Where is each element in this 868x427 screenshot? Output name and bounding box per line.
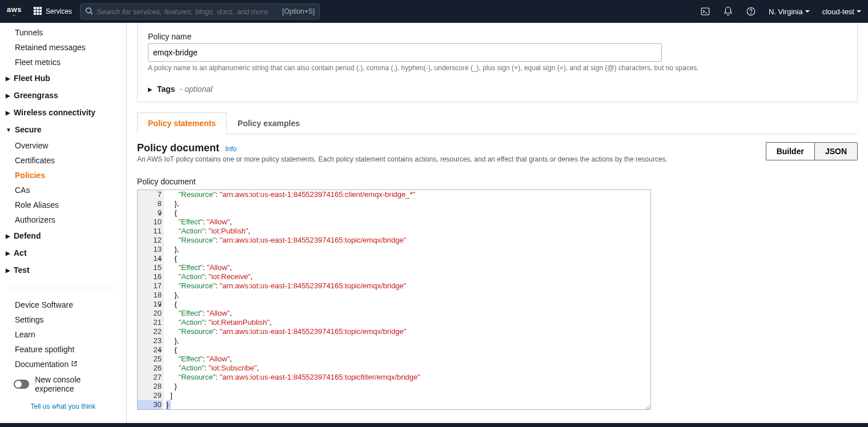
sidebar-item-authorizers[interactable]: Authorizers [0, 212, 126, 227]
sidebar-item[interactable]: Fleet metrics [0, 55, 126, 70]
line-number: 29 [138, 391, 162, 400]
code-line: "Action": "iot:Subscribe", [166, 364, 650, 373]
svg-rect-7 [37, 13, 39, 15]
sidebar-item-certificates[interactable]: Certificates [0, 153, 126, 168]
code-line: } [166, 382, 650, 391]
services-label: Services [46, 7, 72, 15]
caret-down-icon [805, 10, 810, 13]
help-icon[interactable] [746, 6, 756, 17]
policy-properties-panel: Policy name A policy name is an alphanum… [137, 23, 858, 102]
caret-icon: ▶ [6, 267, 10, 273]
sidebar-item[interactable]: Settings [0, 312, 126, 327]
policy-name-input[interactable] [148, 43, 662, 62]
sidebar-group-greengrass[interactable]: ▶Greengrass [0, 87, 126, 104]
sidebar-item-cas[interactable]: CAs [0, 183, 126, 198]
code-line: ] [166, 391, 650, 400]
region-selector[interactable]: N. Virginia [769, 7, 810, 16]
sidebar-item[interactable]: Learn [0, 327, 126, 342]
aws-logo-smile: ⌣ [13, 13, 15, 18]
caret-icon: ▶ [6, 92, 10, 99]
line-number: 26 [138, 364, 162, 373]
code-line: } [166, 400, 650, 409]
sidebar-item[interactable]: Retained messages [0, 40, 126, 55]
sidebar-group-label: Act [14, 248, 27, 257]
tags-label: Tags [157, 84, 175, 94]
code-line: }, [166, 245, 650, 254]
code-line: "Effect": "Allow", [166, 309, 650, 318]
tab-policy-examples[interactable]: Policy examples [227, 112, 311, 134]
sidebar-item-overview[interactable]: Overview [0, 138, 126, 153]
json-button[interactable]: JSON [814, 142, 858, 160]
tab-policy-statements[interactable]: Policy statements [137, 112, 227, 134]
info-link[interactable]: Info [225, 145, 236, 153]
caret-right-icon: ▶ [148, 86, 152, 92]
cloudshell-icon[interactable] [700, 6, 710, 17]
line-number: 28 [138, 382, 162, 391]
code-line: { [166, 345, 650, 355]
line-number: 9▼ [138, 208, 162, 217]
json-editor[interactable]: 789▼1011121314▼1516171819▼2021222324▼252… [137, 190, 651, 410]
line-number: 20 [138, 309, 162, 318]
svg-rect-1 [37, 7, 39, 9]
account-menu[interactable]: cloud-test [822, 7, 861, 16]
new-console-toggle[interactable]: New console experience [0, 372, 126, 397]
code-line: }, [166, 336, 650, 345]
sidebar-group-defend[interactable]: ▶Defend [0, 227, 126, 244]
code-line: "Action": "iot:Publish", [166, 227, 650, 236]
line-number: 12 [138, 236, 162, 245]
code-line: "Action": "iot:RetainPublish", [166, 318, 650, 327]
sidebar-group-label: Wireless connectivity [14, 108, 95, 117]
switch-icon [14, 380, 29, 389]
line-number: 25 [138, 355, 162, 364]
sidebar-item[interactable]: Device Software [0, 297, 126, 312]
sidebar-group-label: Fleet Hub [14, 74, 50, 83]
line-number: 14▼ [138, 254, 162, 263]
svg-line-15 [645, 405, 650, 410]
code-line: "Resource": "arn:aws:iot:us-east-1:84552… [166, 327, 650, 336]
svg-point-9 [86, 7, 91, 13]
resize-handle-icon[interactable] [644, 403, 650, 409]
search-input[interactable] [97, 7, 282, 16]
line-number: 23 [138, 336, 162, 345]
sidebar-group-wireless connectivity[interactable]: ▶Wireless connectivity [0, 104, 126, 121]
svg-rect-8 [39, 13, 42, 15]
feedback-link[interactable]: Tell us what you think [0, 397, 126, 416]
code-line: "Action": "iot:Receive", [166, 272, 650, 281]
code-line: "Effect": "Allow", [166, 355, 650, 364]
code-line: "Resource": "arn:aws:iot:us-east-1:84552… [166, 236, 650, 245]
line-number: 13 [138, 245, 162, 254]
caret-icon: ▶ [6, 75, 10, 82]
search-shortcut: [Option+S] [282, 7, 315, 15]
sidebar-group-label: Test [14, 265, 30, 275]
line-number: 15 [138, 263, 162, 272]
sidebar-group-secure[interactable]: ▼Secure [0, 121, 126, 138]
sidebar-group-test[interactable]: ▶Test [0, 261, 126, 279]
top-nav: aws ⌣ Services [Option+S] N. Virginia cl… [0, 0, 868, 23]
sidebar-item-role aliases[interactable]: Role Aliases [0, 198, 126, 212]
svg-rect-0 [34, 7, 36, 9]
aws-logo[interactable]: aws ⌣ [7, 6, 22, 18]
tags-toggle[interactable]: ▶ Tags - optional [148, 84, 847, 94]
sidebar-group-act[interactable]: ▶Act [0, 244, 126, 261]
aws-logo-text: aws [7, 6, 22, 13]
svg-point-14 [751, 13, 752, 14]
svg-rect-3 [34, 10, 36, 12]
services-menu[interactable]: Services [33, 6, 72, 17]
code-line: "Effect": "Allow", [166, 263, 650, 272]
policy-name-hint: A policy name is an alphanumeric string … [148, 64, 847, 72]
svg-rect-11 [701, 8, 709, 15]
sidebar-item[interactable]: Documentation [0, 357, 126, 372]
sidebar-item-policies[interactable]: Policies [0, 168, 126, 183]
global-search[interactable]: [Option+S] [80, 3, 320, 19]
line-number: 27 [138, 373, 162, 382]
svg-rect-2 [39, 7, 42, 9]
code-line: "Resource": "arn:aws:iot:us-east-1:84552… [166, 190, 650, 199]
footer-bar [0, 423, 868, 427]
sidebar-item[interactable]: Feature spotlight [0, 342, 126, 357]
sidebar-item[interactable]: Tunnels [0, 25, 126, 40]
notifications-icon[interactable] [723, 6, 733, 17]
line-number: 17 [138, 281, 162, 291]
new-console-label: New console experience [35, 375, 119, 393]
builder-button[interactable]: Builder [766, 142, 814, 160]
sidebar-group-fleet hub[interactable]: ▶Fleet Hub [0, 70, 126, 87]
